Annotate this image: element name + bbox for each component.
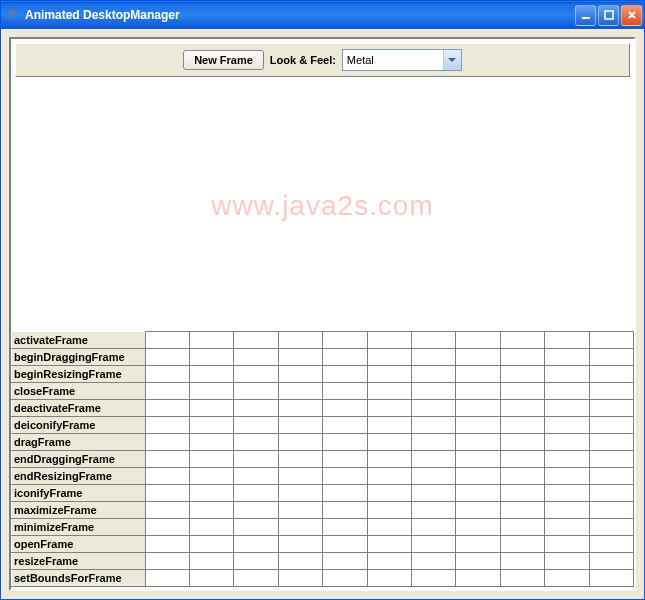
table-cell[interactable]: [545, 451, 589, 468]
table-cell[interactable]: [589, 332, 633, 349]
table-cell[interactable]: [589, 400, 633, 417]
table-cell[interactable]: [456, 434, 500, 451]
table-cell[interactable]: [500, 434, 544, 451]
table-cell[interactable]: [545, 570, 589, 587]
table-cell[interactable]: [500, 417, 544, 434]
table-cell[interactable]: [234, 519, 278, 536]
look-feel-select[interactable]: Metal: [342, 49, 462, 71]
table-cell[interactable]: [500, 485, 544, 502]
table-cell[interactable]: [367, 468, 411, 485]
table-cell[interactable]: [278, 366, 322, 383]
new-frame-button[interactable]: New Frame: [183, 50, 264, 70]
row-header[interactable]: deactivateFrame: [12, 400, 146, 417]
table-cell[interactable]: [234, 383, 278, 400]
table-cell[interactable]: [145, 536, 189, 553]
table-cell[interactable]: [234, 349, 278, 366]
table-cell[interactable]: [278, 502, 322, 519]
table-cell[interactable]: [500, 468, 544, 485]
row-header[interactable]: beginResizingFrame: [12, 366, 146, 383]
table-cell[interactable]: [589, 349, 633, 366]
table-cell[interactable]: [323, 502, 367, 519]
row-header[interactable]: setBoundsForFrame: [12, 570, 146, 587]
row-header[interactable]: minimizeFrame: [12, 519, 146, 536]
table-cell[interactable]: [323, 400, 367, 417]
row-header[interactable]: openFrame: [12, 536, 146, 553]
titlebar[interactable]: Animated DesktopManager: [1, 1, 644, 29]
table-cell[interactable]: [589, 468, 633, 485]
close-button[interactable]: [621, 5, 642, 26]
table-cell[interactable]: [323, 536, 367, 553]
table-cell[interactable]: [545, 332, 589, 349]
table-cell[interactable]: [234, 417, 278, 434]
table-cell[interactable]: [412, 451, 456, 468]
table-cell[interactable]: [145, 485, 189, 502]
table-cell[interactable]: [412, 536, 456, 553]
table-cell[interactable]: [145, 332, 189, 349]
table-cell[interactable]: [278, 553, 322, 570]
table-cell[interactable]: [456, 366, 500, 383]
table-cell[interactable]: [500, 332, 544, 349]
table-cell[interactable]: [500, 519, 544, 536]
table-cell[interactable]: [500, 570, 544, 587]
table-cell[interactable]: [456, 536, 500, 553]
table-cell[interactable]: [145, 519, 189, 536]
row-header[interactable]: endDraggingFrame: [12, 451, 146, 468]
table-cell[interactable]: [234, 502, 278, 519]
table-cell[interactable]: [589, 434, 633, 451]
table-cell[interactable]: [412, 400, 456, 417]
table-cell[interactable]: [545, 400, 589, 417]
table-cell[interactable]: [589, 451, 633, 468]
table-cell[interactable]: [589, 502, 633, 519]
table-cell[interactable]: [456, 485, 500, 502]
table-cell[interactable]: [367, 332, 411, 349]
table-cell[interactable]: [145, 553, 189, 570]
table-cell[interactable]: [412, 332, 456, 349]
table-cell[interactable]: [278, 485, 322, 502]
table-cell[interactable]: [589, 553, 633, 570]
table-cell[interactable]: [456, 349, 500, 366]
row-header[interactable]: resizeFrame: [12, 553, 146, 570]
table-cell[interactable]: [190, 570, 234, 587]
table-cell[interactable]: [412, 553, 456, 570]
table-cell[interactable]: [190, 383, 234, 400]
table-cell[interactable]: [190, 519, 234, 536]
table-cell[interactable]: [278, 570, 322, 587]
table-cell[interactable]: [456, 451, 500, 468]
table-cell[interactable]: [234, 434, 278, 451]
table-cell[interactable]: [190, 400, 234, 417]
table-cell[interactable]: [456, 332, 500, 349]
table-cell[interactable]: [278, 536, 322, 553]
table-cell[interactable]: [278, 383, 322, 400]
table-cell[interactable]: [589, 570, 633, 587]
table-cell[interactable]: [412, 383, 456, 400]
table-cell[interactable]: [234, 366, 278, 383]
table-cell[interactable]: [323, 485, 367, 502]
table-cell[interactable]: [456, 502, 500, 519]
table-cell[interactable]: [145, 570, 189, 587]
table-cell[interactable]: [367, 417, 411, 434]
table-cell[interactable]: [412, 570, 456, 587]
table-cell[interactable]: [323, 332, 367, 349]
table-cell[interactable]: [323, 383, 367, 400]
table-cell[interactable]: [367, 485, 411, 502]
table-cell[interactable]: [145, 502, 189, 519]
table-cell[interactable]: [367, 400, 411, 417]
table-cell[interactable]: [589, 519, 633, 536]
table-cell[interactable]: [589, 383, 633, 400]
desktop-pane[interactable]: www.java2s.com: [11, 81, 634, 331]
table-cell[interactable]: [145, 400, 189, 417]
table-cell[interactable]: [323, 468, 367, 485]
table-cell[interactable]: [367, 570, 411, 587]
row-header[interactable]: dragFrame: [12, 434, 146, 451]
table-cell[interactable]: [412, 434, 456, 451]
minimize-button[interactable]: [575, 5, 596, 26]
table-cell[interactable]: [278, 400, 322, 417]
table-cell[interactable]: [412, 366, 456, 383]
table-cell[interactable]: [234, 400, 278, 417]
table-cell[interactable]: [323, 519, 367, 536]
table-cell[interactable]: [367, 502, 411, 519]
table-cell[interactable]: [545, 502, 589, 519]
table-cell[interactable]: [545, 383, 589, 400]
table-cell[interactable]: [190, 434, 234, 451]
table-cell[interactable]: [500, 366, 544, 383]
